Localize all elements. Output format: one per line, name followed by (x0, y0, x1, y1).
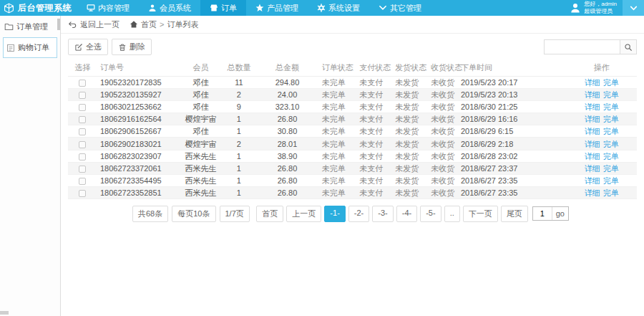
order-status-cell: 未完单 (319, 89, 356, 101)
page-button[interactable]: 首页 (256, 206, 283, 222)
user-greeting: 您好，admin (584, 1, 617, 8)
app-logo[interactable]: 后台管理系统 (0, 0, 77, 16)
nav-item-settings[interactable]: 系统设置 (308, 0, 369, 16)
complete-link[interactable]: 完单 (603, 78, 619, 87)
horizontal-scrollbar[interactable] (0, 311, 9, 315)
pay-status-cell: 未支付 (356, 186, 392, 198)
detail-link[interactable]: 详细 (585, 78, 600, 87)
detail-link[interactable]: 详细 (585, 152, 600, 161)
row-checkbox[interactable] (79, 141, 86, 148)
nav-item-orders[interactable]: 订单 (200, 0, 246, 16)
row-checkbox[interactable] (79, 178, 86, 185)
row-checkbox[interactable] (79, 190, 86, 197)
search-box (544, 39, 637, 54)
goto-page-input[interactable] (533, 207, 552, 220)
column-header: 下单时间 (458, 59, 567, 77)
row-checkbox[interactable] (79, 92, 86, 99)
qty-cell: 2 (223, 89, 256, 101)
breadcrumb-home[interactable]: 首页 (141, 19, 157, 30)
orders-table: 选择订单号会员总数量总金额订单状态支付状态发货状态收货状态下单时间操作 1905… (68, 59, 637, 199)
page-button[interactable]: 上一页 (286, 206, 321, 222)
member-cell: 邓佳 (180, 89, 223, 101)
complete-link[interactable]: 完单 (603, 115, 619, 123)
detail-link[interactable]: 详细 (585, 127, 600, 135)
sidebar-item-shop-orders[interactable]: 购物订单 (3, 37, 57, 58)
ship-status-cell: 未发货 (392, 150, 428, 162)
go-button[interactable]: go (552, 207, 568, 220)
detail-link[interactable]: 详细 (585, 102, 600, 111)
user-menu-toggle[interactable] (623, 0, 644, 16)
topbar: 后台管理系统 内容管理 会员系统 订单 (0, 0, 644, 16)
user-text: 您好，admin 超级管理员 (584, 1, 617, 15)
column-header: 操作 (567, 59, 637, 77)
complete-link[interactable]: 完单 (603, 176, 619, 185)
qty-cell: 1 (223, 186, 256, 198)
page-button[interactable]: -3- (372, 206, 393, 222)
row-checkbox[interactable] (79, 104, 86, 111)
complete-link[interactable]: 完单 (603, 188, 619, 197)
detail-link[interactable]: 详细 (585, 164, 600, 173)
receive-status-cell: 未收货 (428, 101, 458, 113)
breadcrumb-bar: 返回上一页 首页 > 订单列表 (61, 16, 644, 34)
complete-link[interactable]: 完单 (603, 164, 619, 173)
sidebar-section-order-mgmt[interactable]: 订单管理 (0, 16, 60, 37)
top-nav: 内容管理 会员系统 订单 产品管理 (77, 0, 431, 16)
complete-link[interactable]: 完单 (603, 90, 619, 99)
total-count: 共68条 (132, 206, 168, 222)
page-button[interactable]: -5- (420, 206, 441, 222)
detail-link[interactable]: 详细 (585, 188, 600, 197)
order-no-cell: 18062916162564 (97, 113, 180, 125)
back-button[interactable]: 返回上一页 (68, 19, 119, 30)
delete-label: 删除 (130, 42, 145, 52)
row-checkbox[interactable] (79, 116, 86, 123)
member-cell: 邓佳 (180, 77, 223, 89)
qty-cell: 9 (223, 101, 256, 113)
avatar-icon (570, 2, 581, 14)
receive-status-cell: 未收货 (428, 150, 458, 162)
page-button[interactable]: 下一页 (463, 206, 498, 222)
select-all-button[interactable]: 全选 (68, 39, 108, 55)
chevron-down-icon (379, 4, 387, 12)
column-header: 收货状态 (428, 59, 458, 77)
search-input[interactable] (544, 39, 620, 54)
delete-button[interactable]: 删除 (112, 39, 152, 55)
sidebar-scrollbar[interactable] (57, 19, 60, 30)
row-checkbox[interactable] (79, 128, 86, 135)
page-button-current[interactable]: -1- (324, 206, 345, 222)
column-header: 发货状态 (392, 59, 428, 77)
page-button[interactable]: .. (444, 206, 460, 222)
search-button[interactable] (620, 39, 637, 54)
page-button[interactable]: -4- (396, 206, 417, 222)
detail-link[interactable]: 详细 (585, 140, 600, 148)
complete-link[interactable]: 完单 (603, 140, 619, 148)
ship-status-cell: 未发货 (392, 113, 428, 125)
order-status-cell: 未完单 (319, 101, 356, 113)
page-button[interactable]: 尾页 (501, 206, 528, 222)
row-checkbox[interactable] (79, 153, 86, 161)
nav-item-products[interactable]: 产品管理 (246, 0, 308, 16)
row-checkbox[interactable] (79, 80, 86, 87)
user-info[interactable]: 您好，admin 超级管理员 (564, 1, 623, 15)
order-time-cell: 2018/6/29 16:16 (458, 113, 567, 125)
amount-cell: 26.80 (255, 174, 319, 186)
amount-cell: 26.80 (255, 186, 319, 198)
order-status-cell: 未完单 (319, 174, 356, 186)
detail-link[interactable]: 详细 (585, 90, 600, 99)
order-no-cell: 18062723352851 (97, 186, 180, 198)
complete-link[interactable]: 完单 (603, 102, 619, 111)
detail-link[interactable]: 详细 (585, 176, 600, 185)
app-title: 后台管理系统 (18, 2, 72, 14)
complete-link[interactable]: 完单 (603, 127, 619, 135)
nav-item-content[interactable]: 内容管理 (77, 0, 139, 16)
complete-link[interactable]: 完单 (603, 152, 619, 161)
edit-square-icon (74, 43, 83, 52)
page-button[interactable]: -2- (348, 206, 369, 222)
member-cell: 西米先生 (180, 150, 223, 162)
row-checkbox[interactable] (79, 166, 86, 173)
pay-status-cell: 未支付 (356, 174, 392, 186)
detail-link[interactable]: 详细 (585, 115, 600, 123)
sidebar-item-label: 购物订单 (18, 42, 49, 53)
nav-item-members[interactable]: 会员系统 (139, 0, 200, 16)
nav-item-other[interactable]: 其它管理 (369, 0, 431, 16)
order-row: 18062902183021樱煌宇宙228.01未完单未支付未发货未收货2018… (68, 138, 637, 150)
